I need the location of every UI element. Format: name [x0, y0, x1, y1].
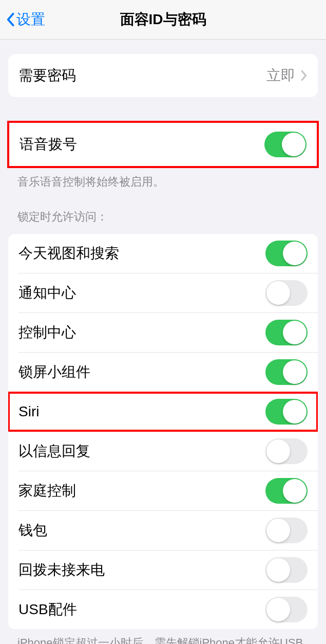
toggle-knob — [283, 400, 306, 424]
voice-dial-group: 语音拨号 — [7, 121, 319, 168]
lock-access-label: 控制中心 — [18, 323, 265, 342]
toggle-knob — [283, 479, 306, 503]
voice-dial-row: 语音拨号 — [9, 123, 317, 166]
require-passcode-label: 需要密码 — [18, 66, 266, 85]
lock-access-toggle[interactable] — [265, 478, 308, 504]
lock-access-label: 今天视图和搜索 — [18, 244, 265, 263]
toggle-knob — [266, 281, 290, 305]
lock-access-row: 锁屏小组件 — [8, 353, 318, 392]
lock-access-label: 回拨未接来电 — [18, 560, 265, 580]
toggle-knob — [283, 360, 306, 384]
toggle-knob — [266, 519, 290, 542]
lock-access-toggle[interactable] — [265, 280, 308, 306]
lock-access-row: 控制中心 — [8, 313, 318, 352]
lock-access-row: 今天视图和搜索 — [8, 234, 318, 273]
require-passcode-row[interactable]: 需要密码 立即 — [8, 54, 318, 97]
chevron-left-icon — [5, 12, 15, 27]
lock-access-label: Siri — [18, 403, 265, 420]
lock-access-group: 今天视图和搜索通知中心控制中心锁屏小组件Siri以信息回复家庭控制钱包回拨未接来… — [8, 234, 318, 629]
lock-access-row: 钱包 — [8, 511, 318, 550]
lock-access-toggle[interactable] — [265, 399, 308, 425]
chevron-right-icon — [300, 69, 308, 82]
toggle-knob — [266, 439, 290, 463]
lock-access-label: 钱包 — [18, 521, 265, 540]
lock-access-label: USB配件 — [18, 600, 265, 619]
lock-access-toggle[interactable] — [265, 557, 308, 583]
lock-access-row: 家庭控制 — [8, 471, 318, 510]
page-title: 面容ID与密码 — [120, 10, 206, 29]
lock-access-header: 锁定时允许访问： — [0, 205, 326, 229]
lock-access-toggle[interactable] — [265, 438, 308, 464]
lock-access-row: 通知中心 — [8, 273, 318, 312]
passcode-group: 需要密码 立即 — [8, 54, 318, 97]
toggle-knob — [266, 598, 290, 621]
lock-access-row: Siri — [8, 392, 318, 431]
lock-access-row: 回拨未接来电 — [8, 550, 318, 590]
toggle-knob — [283, 321, 306, 344]
toggle-knob — [283, 242, 306, 265]
navigation-bar: 设置 面容ID与密码 — [0, 0, 326, 40]
lock-access-footer: iPhone锁定超过一小时后，需先解锁iPhone才能允许USB配件连接。 — [0, 629, 326, 644]
lock-access-label: 通知中心 — [18, 283, 265, 303]
lock-access-toggle[interactable] — [265, 359, 308, 385]
lock-access-label: 锁屏小组件 — [18, 362, 265, 382]
toggle-knob — [266, 558, 290, 582]
voice-dial-toggle[interactable] — [264, 132, 306, 157]
back-button[interactable]: 设置 — [5, 10, 45, 29]
lock-access-label: 以信息回复 — [18, 441, 265, 461]
lock-access-label: 家庭控制 — [18, 481, 265, 501]
lock-access-toggle[interactable] — [265, 320, 308, 345]
lock-access-toggle[interactable] — [265, 518, 308, 543]
voice-dial-label: 语音拨号 — [20, 135, 264, 154]
lock-access-toggle[interactable] — [265, 241, 308, 266]
back-label: 设置 — [16, 10, 45, 29]
lock-access-row: 以信息回复 — [8, 432, 318, 471]
lock-access-row: USB配件 — [8, 590, 318, 629]
voice-dial-footer: 音乐语音控制将始终被启用。 — [0, 168, 326, 190]
toggle-knob — [282, 133, 305, 156]
lock-access-toggle[interactable] — [265, 597, 308, 622]
require-passcode-value: 立即 — [266, 66, 295, 85]
